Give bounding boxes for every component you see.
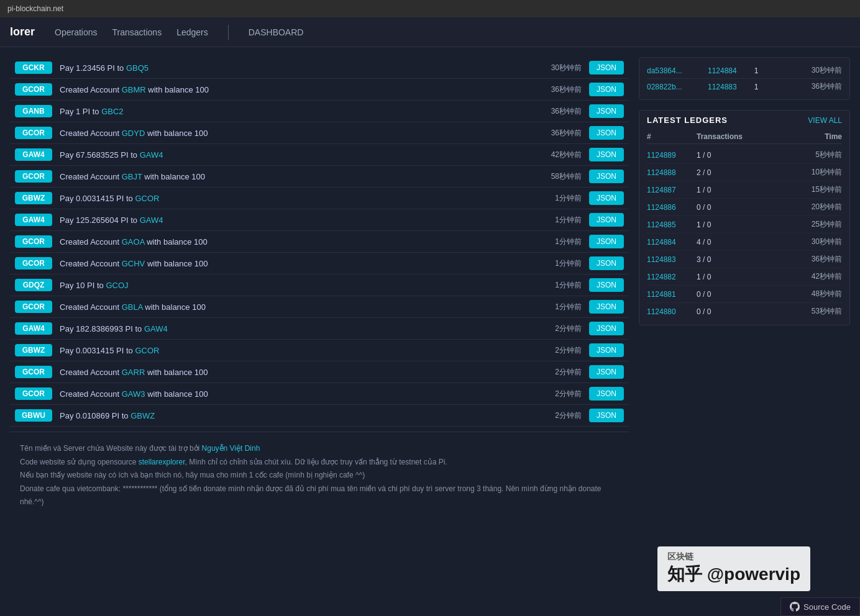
ledger-time: 48秒钟前 xyxy=(759,289,842,299)
ledger-number[interactable]: 1124883 xyxy=(647,255,697,264)
json-button[interactable]: JSON xyxy=(589,343,624,357)
ops-badge[interactable]: GCKR xyxy=(15,61,52,74)
ledger-tx-count: 3 / 0 xyxy=(697,255,759,264)
ledger-time: 5秒钟前 xyxy=(759,150,842,160)
json-button[interactable]: JSON xyxy=(589,235,624,248)
col-time: Time xyxy=(759,132,842,141)
ops-badge[interactable]: GCOR xyxy=(15,387,52,400)
ledger-tx-count: 1 / 0 xyxy=(697,186,759,194)
nav-dashboard[interactable]: DASHBOARD xyxy=(249,27,304,37)
brand-logo: lorer xyxy=(10,25,35,38)
ops-description: Created Account GBLA with balance 100 xyxy=(60,302,531,312)
ledger-number[interactable]: 1124886 xyxy=(647,203,697,212)
ledger-number[interactable]: 1124884 xyxy=(647,238,697,247)
ops-badge[interactable]: GCOR xyxy=(15,170,52,183)
ledger-tx-count: 0 / 0 xyxy=(697,290,759,299)
ops-badge[interactable]: GCOR xyxy=(15,235,52,248)
json-button[interactable]: JSON xyxy=(589,61,624,75)
json-button[interactable]: JSON xyxy=(589,300,624,314)
tx-hash[interactable]: 028822b... xyxy=(647,83,703,91)
footer-line3: Nếu bạn thấy website này có ích và bạn t… xyxy=(20,469,619,482)
ops-row: GCORCreated Account GBMR with balance 10… xyxy=(10,79,629,101)
col-hash: # xyxy=(647,132,697,141)
ops-time: 2分钟前 xyxy=(538,410,582,421)
ops-badge[interactable]: GBWZ xyxy=(15,344,52,356)
ledger-time: 42秒钟前 xyxy=(759,271,842,282)
json-button[interactable]: JSON xyxy=(589,213,624,227)
ops-time: 1分钟前 xyxy=(538,280,582,291)
json-button[interactable]: JSON xyxy=(589,104,624,118)
ledger-row: 1124884 4 / 0 30秒钟前 xyxy=(647,233,842,251)
json-button[interactable]: JSON xyxy=(589,191,624,205)
ops-badge[interactable]: GAW4 xyxy=(15,214,52,226)
footer-link1[interactable]: Nguyễn Việt Dinh xyxy=(202,444,260,453)
ops-badge[interactable]: GCOR xyxy=(15,366,52,378)
ledger-time: 30秒钟前 xyxy=(759,237,842,247)
ops-row: GCORCreated Account GCHV with balance 10… xyxy=(10,253,629,274)
tx-hash[interactable]: da53864... xyxy=(647,66,703,75)
ops-badge[interactable]: GAW4 xyxy=(15,322,52,335)
tx-time: 30秒钟前 xyxy=(767,65,842,76)
ops-time: 36秒钟前 xyxy=(538,128,582,138)
json-button[interactable]: JSON xyxy=(589,83,624,96)
ledger-tx-count: 0 / 0 xyxy=(697,307,759,316)
ledger-row: 1124888 2 / 0 10秒钟前 xyxy=(647,164,842,181)
ledger-number[interactable]: 1124880 xyxy=(647,307,697,316)
ops-badge[interactable]: GCOR xyxy=(15,127,52,139)
json-button[interactable]: JSON xyxy=(589,409,624,422)
json-button[interactable]: JSON xyxy=(589,322,624,335)
ledger-time: 10秒钟前 xyxy=(759,167,842,178)
ledger-number[interactable]: 1124887 xyxy=(647,186,697,194)
ops-description: Created Account GDYD with balance 100 xyxy=(60,129,531,138)
footer-link2[interactable]: stellarexplorer xyxy=(139,458,185,466)
tx-ledger[interactable]: 1124883 xyxy=(708,83,745,91)
ops-badge[interactable]: GAW4 xyxy=(15,148,52,161)
ledger-tx-count: 0 / 0 xyxy=(697,203,759,212)
json-button[interactable]: JSON xyxy=(589,387,624,401)
ledger-time: 20秒钟前 xyxy=(759,202,842,212)
ops-row: GCORCreated Account GBLA with balance 10… xyxy=(10,296,629,318)
tx-ledger[interactable]: 1124884 xyxy=(708,66,745,75)
json-button[interactable]: JSON xyxy=(589,278,624,292)
json-button[interactable]: JSON xyxy=(589,365,624,379)
footer-line4: Donate cafe qua vietcombank: ***********… xyxy=(20,482,619,509)
ledgers-list: 1124889 1 / 0 5秒钟前 1124888 2 / 0 10秒钟前 1… xyxy=(647,147,842,320)
ops-description: Pay 0.010869 PI to GBWZ xyxy=(60,411,531,420)
ops-badge[interactable]: GBWU xyxy=(15,409,52,422)
ledger-number[interactable]: 1124881 xyxy=(647,290,697,299)
json-button[interactable]: JSON xyxy=(589,170,624,183)
nav-links: Operations Transactions Ledgers DASHBOAR… xyxy=(55,25,850,40)
footer: Tên miền và Server chứa Website này được… xyxy=(10,432,629,514)
ops-row: GBWZPay 0.0031415 PI to GCOR2分钟前JSON xyxy=(10,340,629,361)
view-all-link[interactable]: VIEW ALL xyxy=(808,116,842,125)
ops-badge[interactable]: GBWZ xyxy=(15,192,52,204)
ops-row: GCORCreated Account GDYD with balance 10… xyxy=(10,122,629,144)
ops-badge[interactable]: GANB xyxy=(15,105,52,117)
operations-panel: GCKRPay 1.23456 PI to GBQ530秒钟前JSONGCORC… xyxy=(10,57,629,514)
json-button[interactable]: JSON xyxy=(589,256,624,270)
nav-ledgers[interactable]: Ledgers xyxy=(176,27,208,37)
tx-row: da53864... 1124884 1 30秒钟前 xyxy=(647,63,842,79)
ops-badge[interactable]: GCOR xyxy=(15,83,52,96)
ledger-number[interactable]: 1124888 xyxy=(647,168,697,177)
ops-time: 1分钟前 xyxy=(538,258,582,269)
ops-time: 1分钟前 xyxy=(538,302,582,312)
ledger-number[interactable]: 1124889 xyxy=(647,151,697,160)
ledger-row: 1124882 1 / 0 42秒钟前 xyxy=(647,268,842,286)
ledger-row: 1124889 1 / 0 5秒钟前 xyxy=(647,147,842,164)
ledger-number[interactable]: 1124885 xyxy=(647,220,697,229)
nav-transactions[interactable]: Transactions xyxy=(112,27,162,37)
tx-row: 028822b... 1124883 1 36秒钟前 xyxy=(647,79,842,94)
latest-transactions: da53864... 1124884 1 30秒钟前 028822b... 11… xyxy=(639,57,850,100)
ledger-number[interactable]: 1124882 xyxy=(647,273,697,281)
nav-operations[interactable]: Operations xyxy=(55,27,97,37)
ops-time: 36秒钟前 xyxy=(538,106,582,117)
ops-badge[interactable]: GCOR xyxy=(15,301,52,313)
ops-time: 2分钟前 xyxy=(538,324,582,334)
ops-badge[interactable]: GCOR xyxy=(15,257,52,270)
json-button[interactable]: JSON xyxy=(589,148,624,161)
source-code-button[interactable]: Source Code xyxy=(780,597,860,616)
ops-badge[interactable]: GDQZ xyxy=(15,279,52,291)
json-button[interactable]: JSON xyxy=(589,126,624,140)
watermark-text: 知乎 @powervip xyxy=(667,564,800,584)
